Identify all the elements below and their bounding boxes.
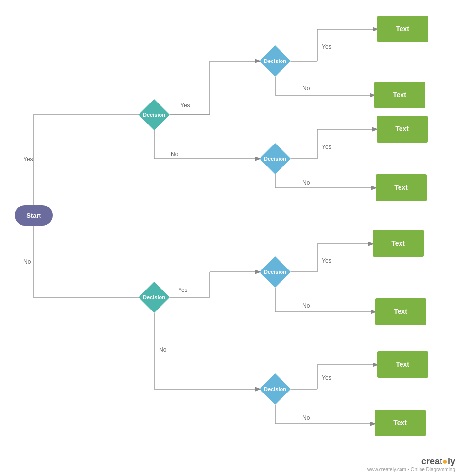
start-label: Start (26, 212, 41, 219)
branding-sub: www.creately.com • Online Diagramming (367, 467, 455, 472)
label-no-start-down: No (23, 258, 31, 265)
diagram-container: Yes No Yes No Yes No (0, 0, 461, 476)
label-yes-d1-up: Yes (180, 102, 190, 109)
text-box-6-label: Text (394, 308, 407, 315)
text-box-8-label: Text (393, 419, 407, 427)
decision4-label: Decision (143, 294, 165, 300)
branding: creat●ly www.creately.com • Online Diagr… (367, 456, 455, 472)
label-yes-d4: Yes (178, 287, 188, 293)
label-no-d4: No (159, 346, 167, 353)
text-box-3-label: Text (395, 125, 409, 133)
label-yes-start-up: Yes (23, 156, 33, 163)
label-yes-d5: Yes (322, 257, 332, 264)
label-no-d6: No (302, 414, 310, 421)
label-yes-d6: Yes (322, 374, 332, 381)
text-box-5-label: Text (391, 239, 405, 247)
label-yes-d3: Yes (322, 144, 332, 150)
text-box-1-label: Text (396, 25, 409, 33)
label-yes-d2: Yes (322, 43, 332, 50)
decision2-label: Decision (264, 58, 286, 64)
label-no-d3: No (302, 179, 310, 186)
decision3-label: Decision (264, 156, 286, 162)
decision1-label: Decision (143, 112, 165, 118)
text-box-7-label: Text (396, 360, 409, 368)
branding-dot: ● (442, 456, 448, 466)
label-no-d1: No (171, 151, 179, 158)
label-no-d5: No (302, 302, 310, 309)
flowchart: Yes No Yes No Yes No (0, 0, 461, 476)
decision6-label: Decision (264, 386, 286, 392)
branding-name: creat●ly (367, 456, 455, 467)
text-box-4-label: Text (394, 184, 408, 191)
decision5-label: Decision (264, 269, 286, 275)
label-no-d2: No (302, 85, 310, 92)
text-box-2-label: Text (393, 91, 406, 99)
